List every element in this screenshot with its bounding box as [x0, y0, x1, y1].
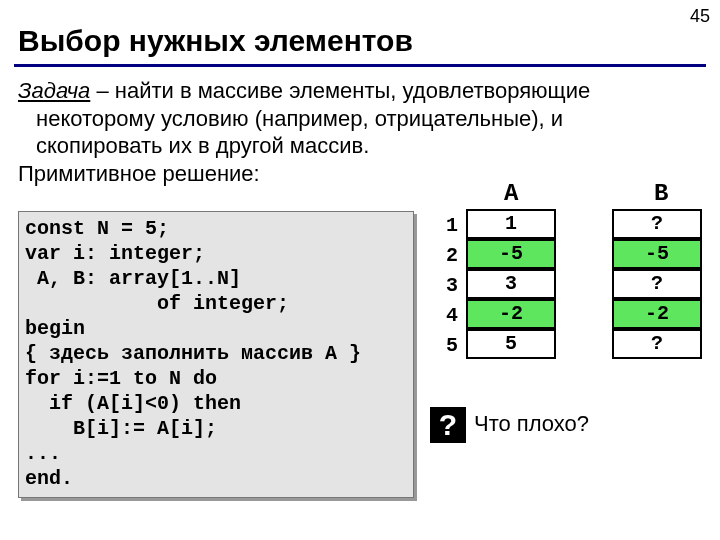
question-mark-icon: ? [430, 407, 466, 443]
primitive-label: Примитивное решение: [18, 160, 702, 188]
cell-a: -5 [466, 239, 556, 269]
cell-b: -2 [612, 299, 702, 329]
column-header-b: B [654, 179, 668, 209]
cell-b: -5 [612, 239, 702, 269]
row-index: 5 [430, 333, 458, 358]
task-text-3: скопировать их в другой массив. [18, 132, 702, 160]
cell-a: 3 [466, 269, 556, 299]
cell-b: ? [612, 209, 702, 239]
row-index: 4 [430, 303, 458, 328]
page-number: 45 [690, 6, 710, 27]
slide-title: Выбор нужных элементов [18, 24, 702, 58]
task-label: Задача [18, 78, 90, 103]
task-text-1: – найти в массиве элементы, удовлетворяю… [90, 78, 590, 103]
content-area: Задача – найти в массиве элементы, удовл… [18, 77, 702, 187]
title-rule [14, 64, 706, 67]
question-box: ?Что плохо? [430, 407, 589, 443]
cell-b: ? [612, 269, 702, 299]
cell-a: -2 [466, 299, 556, 329]
question-text: Что плохо? [474, 411, 589, 436]
cell-b: ? [612, 329, 702, 359]
code-block: const N = 5; var i: integer; A, B: array… [18, 211, 414, 498]
cell-a: 5 [466, 329, 556, 359]
row-index: 2 [430, 243, 458, 268]
task-text-2: некоторому условию (например, отрицатель… [18, 105, 702, 133]
task-line-1: Задача – найти в массиве элементы, удовл… [18, 77, 702, 105]
row-index: 3 [430, 273, 458, 298]
row-index: 1 [430, 213, 458, 238]
column-header-a: A [504, 179, 518, 209]
cell-a: 1 [466, 209, 556, 239]
